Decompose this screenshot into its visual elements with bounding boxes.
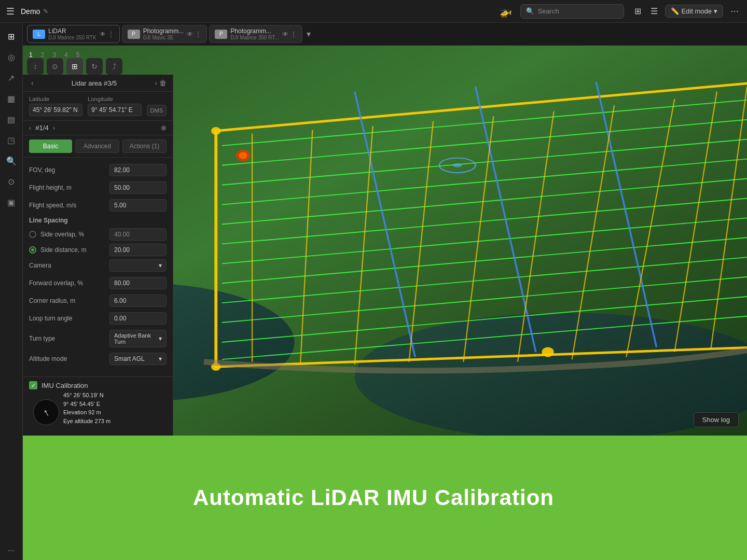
- tab-expand-icon[interactable]: ▾: [307, 29, 311, 39]
- lidar-tab-actions: 👁 ⋮: [100, 31, 114, 38]
- lidar-tab-icon: L: [33, 30, 45, 39]
- actions-tab-button[interactable]: Actions (1): [122, 139, 167, 153]
- waypoint-nav: ‹ #1/4 › ⊕: [23, 121, 173, 135]
- stack-icon[interactable]: ☰: [648, 4, 660, 18]
- flight-height-input[interactable]: [109, 181, 167, 194]
- sidebar-icon-map[interactable]: ▦: [2, 89, 21, 108]
- turn-type-select[interactable]: Adaptive Bank Turn ▾: [109, 330, 167, 347]
- basic-tab-button[interactable]: Basic: [29, 139, 72, 153]
- flight-tab-lidar[interactable]: L LiDAR DJI Matrice 350 RTK 👁 ⋮: [27, 25, 120, 43]
- corner-radius-input[interactable]: [109, 295, 167, 307]
- show-log-button[interactable]: Show log: [694, 412, 739, 427]
- forward-overlap-label: Forward overlap, %: [29, 279, 109, 287]
- photo2-more-icon[interactable]: ⋮: [290, 31, 297, 38]
- side-overlap-input[interactable]: [109, 228, 167, 241]
- side-distance-radio[interactable]: [29, 246, 36, 254]
- wp-prev-button[interactable]: ‹: [29, 124, 31, 132]
- sidebar-icon-settings[interactable]: ⊙: [2, 172, 21, 191]
- compass-circle: ↑: [33, 399, 59, 425]
- loop-turn-label: Loop turn angle: [29, 315, 109, 322]
- imu-checkbox[interactable]: ✓: [29, 381, 37, 389]
- photo2-tab-subtitle: DJI Matrice 350 RT...: [230, 35, 279, 40]
- menu-icon[interactable]: ☰: [6, 6, 15, 17]
- current-lat-lng: 45° 26' 50.19' N9° 45' 54.45' E: [63, 391, 110, 408]
- more-icon[interactable]: ⋯: [728, 4, 741, 18]
- sidebar-icon-grid[interactable]: ⊞: [2, 27, 21, 46]
- flight-speed-row: Flight speed, m/s: [29, 199, 167, 212]
- photo1-tab-content: Photogramm... DJI Mavic 3E: [143, 27, 184, 40]
- panel-tab-buttons: Basic Advanced Actions (1): [23, 135, 173, 158]
- drone-icon: 🚁: [499, 5, 512, 18]
- compass-arrow: ↑: [41, 406, 51, 419]
- step-icon-move[interactable]: ↕: [27, 58, 44, 75]
- lng-input[interactable]: [88, 104, 141, 116]
- wp-label: #1/4: [35, 124, 48, 132]
- side-distance-input[interactable]: [109, 244, 167, 256]
- panel: ‹ Lidar area #3/5 › 🗑 Latitude Longitude…: [23, 75, 173, 436]
- step-icon-connect[interactable]: ⊙: [47, 58, 63, 75]
- step-icon-path[interactable]: ⤴: [106, 58, 122, 75]
- panel-header: ‹ Lidar area #3/5 › 🗑: [23, 75, 173, 92]
- photo2-tab-label: Photogramm...: [230, 27, 277, 35]
- photo2-tab-icon: P: [215, 30, 227, 39]
- lidar-more-icon[interactable]: ⋮: [108, 31, 114, 38]
- photo1-tab-label: Photogramm...: [143, 27, 184, 35]
- flight-tab-photo2[interactable]: P Photogramm... DJI Matrice 350 RT... 👁 …: [209, 25, 302, 43]
- edit-mode-icon: ✏️: [671, 7, 679, 15]
- lat-input[interactable]: [29, 104, 82, 116]
- side-overlap-row: Side overlap, %: [29, 228, 167, 241]
- lng-group: Longitude: [88, 96, 141, 116]
- panel-title: Lidar area #3/5: [36, 79, 153, 87]
- altitude-mode-label: Altitude mode: [29, 355, 109, 362]
- sidebar-icon-search[interactable]: 🔍: [2, 151, 21, 170]
- photo1-tab-subtitle: DJI Mavic 3E: [143, 35, 184, 40]
- dms-button[interactable]: DMS: [147, 105, 167, 116]
- panel-prev-button[interactable]: ‹: [29, 79, 36, 87]
- coords-row: Latitude Longitude DMS: [23, 92, 173, 121]
- wp-next-button[interactable]: ›: [53, 124, 55, 132]
- sidebar-icon-layers[interactable]: ◳: [2, 131, 21, 149]
- sidebar-icon-data[interactable]: ▣: [2, 193, 21, 212]
- flight-height-row: Flight height, m: [29, 181, 167, 194]
- step-icon-orbit[interactable]: ↻: [86, 58, 103, 75]
- photo1-tab-icon: P: [128, 30, 140, 39]
- edit-mode-button[interactable]: ✏️ Edit mode ▾: [665, 5, 723, 18]
- lidar-eye-icon[interactable]: 👁: [100, 31, 106, 38]
- corner-radius-row: Corner radius, m: [29, 295, 167, 307]
- sidebar-icon-waypoint[interactable]: ↗: [2, 68, 21, 87]
- sidebar-icon-target[interactable]: ◎: [2, 48, 21, 66]
- photo2-tab-actions: 👁 ⋮: [282, 31, 297, 38]
- panel-next-button[interactable]: ›: [153, 79, 159, 87]
- flight-speed-input[interactable]: [109, 199, 167, 212]
- side-overlap-label: Side overlap, %: [40, 231, 109, 238]
- camera-label: Camera: [29, 262, 109, 269]
- camera-select[interactable]: ▾: [109, 259, 167, 272]
- advanced-tab-button[interactable]: Advanced: [75, 139, 119, 153]
- altitude-mode-select[interactable]: Smart AGL ▾: [109, 353, 167, 365]
- photo1-more-icon[interactable]: ⋮: [195, 31, 201, 38]
- lidar-tab-label: LiDAR: [48, 27, 95, 35]
- sidebar-icon-more[interactable]: ···: [2, 541, 21, 560]
- photo2-eye-icon[interactable]: 👁: [282, 31, 288, 38]
- search-icon: 🔍: [526, 7, 534, 15]
- search-label[interactable]: Search: [537, 7, 559, 15]
- flight-tab-photo1[interactable]: P Photogramm... DJI Mavic 3E 👁 ⋮: [122, 25, 208, 43]
- photo1-eye-icon[interactable]: 👁: [187, 31, 193, 38]
- altitude-mode-chevron: ▾: [159, 355, 162, 362]
- altitude-mode-value: Smart AGL: [114, 355, 145, 362]
- topbar-icons: ⊞ ☰ ✏️ Edit mode ▾ ⋯: [632, 4, 741, 18]
- edit-project-icon[interactable]: ✎: [43, 8, 48, 15]
- form-fields: FOV, deg Flight height, m Flight speed, …: [23, 158, 173, 376]
- photo1-tab-actions: 👁 ⋮: [187, 31, 201, 38]
- forward-overlap-input[interactable]: [109, 277, 167, 289]
- banner-title: Automatic LiDAR IMU Calibration: [193, 485, 554, 510]
- loop-turn-input[interactable]: [109, 312, 167, 325]
- step-icon-grid[interactable]: ⊞: [66, 58, 83, 75]
- fov-input[interactable]: [109, 164, 167, 176]
- wp-copy-button[interactable]: ⊕: [161, 124, 167, 132]
- side-overlap-radio[interactable]: [29, 231, 36, 238]
- turn-type-row: Turn type Adaptive Bank Turn ▾: [29, 330, 167, 347]
- layers-icon[interactable]: ⊞: [632, 4, 643, 18]
- sidebar-icon-list[interactable]: ▤: [2, 110, 21, 129]
- panel-delete-button[interactable]: 🗑: [159, 79, 167, 87]
